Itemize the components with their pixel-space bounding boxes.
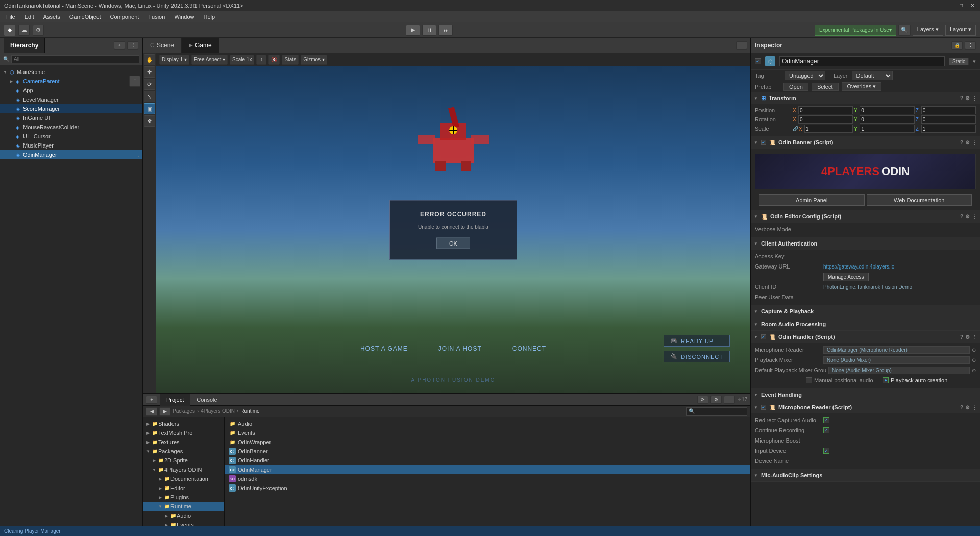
- transform-tool[interactable]: ❖: [144, 115, 155, 127]
- file-odinhandler[interactable]: C# OdinHandler: [225, 456, 750, 465]
- layers-dropdown[interactable]: Layers ▾: [913, 25, 943, 36]
- input-device-checkbox[interactable]: ✓: [823, 448, 829, 454]
- prefab-overrides-btn[interactable]: Overrides ▾: [842, 82, 882, 91]
- maximize-button[interactable]: □: [958, 2, 965, 9]
- odin-banner-header[interactable]: ▼ ✓ 📜 Odin Banner (Script) ? ⚙ ⋮: [751, 136, 980, 149]
- handler-settings-btn[interactable]: ⚙: [965, 334, 970, 340]
- playback-auto-checkbox[interactable]: ●: [883, 377, 889, 383]
- scene-scale-btn[interactable]: Scale 1x: [230, 55, 254, 65]
- tree-audio[interactable]: ▶ 📁 Audio: [143, 511, 224, 520]
- file-odinsdk[interactable]: SO odinsdk: [225, 474, 750, 483]
- hierarchy-item-ingameui[interactable]: ◈ InGame UI: [0, 113, 142, 123]
- mic-info-btn[interactable]: ?: [960, 405, 963, 410]
- forward-btn[interactable]: ▶: [159, 407, 170, 416]
- playback-mixer-dot-btn[interactable]: ⊙: [972, 357, 976, 363]
- inspector-menu-btn[interactable]: ⋮: [965, 41, 976, 50]
- transform-info-btn[interactable]: ?: [960, 95, 963, 101]
- scene-free-aspect-btn[interactable]: Free Aspect ▾: [191, 55, 228, 65]
- tree-documentation[interactable]: ▶ 📁 Documentation: [143, 474, 224, 483]
- manage-access-button[interactable]: Manage Access: [823, 273, 869, 281]
- admin-panel-button[interactable]: Admin Panel: [759, 194, 865, 206]
- tab-project[interactable]: Project: [160, 394, 190, 406]
- odin-handler-checkbox[interactable]: ✓: [761, 334, 766, 339]
- hierarchy-add-btn[interactable]: +: [114, 41, 125, 50]
- settings-btn[interactable]: ⚙: [33, 25, 44, 36]
- config-settings-btn[interactable]: ⚙: [965, 214, 970, 220]
- hierarchy-item-mainscene[interactable]: ▼ ⬡ MainScene: [0, 67, 142, 77]
- inspector-lock-btn[interactable]: 🔒: [951, 41, 963, 50]
- cloud-btn[interactable]: ☁: [18, 25, 30, 36]
- mic-reader-header[interactable]: ▼ ✓ 📜 Microphone Reader (Script) ? ⚙ ⋮: [751, 401, 980, 413]
- hierarchy-item-cameraparent[interactable]: ▶ ◈ CameraParent ⋮: [0, 77, 142, 86]
- menu-assets[interactable]: Assets: [39, 13, 64, 21]
- default-playback-dot-btn[interactable]: ⊙: [972, 368, 976, 373]
- move-tool[interactable]: ✤: [144, 66, 155, 78]
- search-btn[interactable]: 🔍: [898, 25, 911, 36]
- tab-game[interactable]: ▶ Game: [182, 38, 219, 53]
- hierarchy-item-odinmanager[interactable]: ◈ OdinManager ⋮: [0, 150, 142, 159]
- tab-hierarchy[interactable]: Hierarchy: [4, 38, 45, 53]
- scene-mute-btn[interactable]: 🔇: [268, 55, 280, 65]
- transform-settings-btn[interactable]: ⚙: [965, 95, 970, 101]
- mic-reader-dot-btn[interactable]: ⊙: [972, 347, 976, 353]
- tab-scene[interactable]: ⬡ Scene: [143, 38, 182, 53]
- pause-button[interactable]: ⏸: [422, 25, 436, 36]
- tree-textures[interactable]: ▶ 📁 Textures: [143, 437, 224, 447]
- pos-z-input[interactable]: [921, 106, 976, 114]
- scene-display-btn[interactable]: Display 1 ▾: [159, 55, 189, 65]
- odin-handler-header[interactable]: ▼ ✓ 📜 Odin Handler (Script) ? ⚙ ⋮: [751, 331, 980, 343]
- mic-menu-btn[interactable]: ⋮: [972, 405, 977, 410]
- static-dropdown-arrow[interactable]: ▾: [973, 58, 976, 65]
- continue-recording-checkbox[interactable]: ✓: [823, 427, 829, 433]
- ready-up-button[interactable]: 🎮 READY UP: [664, 335, 730, 347]
- hierarchy-item-musicplayer[interactable]: ◈ MusicPlayer: [0, 141, 142, 150]
- odin-banner-menu-btn[interactable]: ⋮: [972, 140, 977, 145]
- scale-z-input[interactable]: [921, 125, 976, 133]
- minimize-button[interactable]: —: [946, 2, 953, 9]
- menu-file[interactable]: File: [2, 13, 19, 21]
- host-game-button[interactable]: HOST A GAME: [360, 345, 408, 352]
- tree-shaders[interactable]: ▶ 📁 Shaders: [143, 419, 224, 428]
- config-info-btn[interactable]: ?: [960, 214, 963, 220]
- rotate-tool[interactable]: ⟳: [144, 79, 155, 90]
- odin-editor-config-header[interactable]: ▼ 📜 Odin Editor Config (Script) ? ⚙ ⋮: [751, 210, 980, 223]
- error-ok-button[interactable]: OK: [436, 238, 470, 249]
- hierarchy-item-uicursor[interactable]: ◈ UI - Cursor: [0, 132, 142, 141]
- step-button[interactable]: ⏭: [438, 25, 453, 36]
- object-name-input[interactable]: [779, 56, 945, 66]
- layout-dropdown[interactable]: Layout ▾: [945, 25, 976, 36]
- tree-packages[interactable]: ▼ 📁 Packages: [143, 447, 224, 456]
- handler-menu-btn[interactable]: ⋮: [972, 334, 977, 340]
- mic-audioclip-header[interactable]: ▼ Mic-AudioClip Settings: [751, 469, 980, 481]
- back-btn[interactable]: ◀: [146, 407, 157, 416]
- object-active-checkbox[interactable]: ✓: [755, 58, 761, 64]
- odin-banner-info-btn[interactable]: ?: [960, 140, 963, 145]
- web-doc-button[interactable]: Web Documentation: [867, 194, 972, 206]
- project-sync-btn[interactable]: ⟳: [697, 396, 708, 404]
- tree-plugins[interactable]: ▶ 📁 Plugins: [143, 493, 224, 502]
- experimental-packages-label[interactable]: Experimental Packages In Use ▾: [815, 25, 896, 36]
- scale-tool[interactable]: ⤡: [144, 91, 155, 102]
- client-auth-header[interactable]: ▼ Client Authentication: [751, 237, 980, 250]
- connect-button[interactable]: CONNECT: [512, 345, 546, 352]
- redirect-captured-checkbox[interactable]: ✓: [823, 417, 829, 423]
- hierarchy-item-app[interactable]: ◈ App: [0, 86, 142, 95]
- hierarchy-search-input[interactable]: [11, 55, 139, 63]
- manual-pos-checkbox[interactable]: [806, 377, 812, 383]
- pos-x-input[interactable]: [798, 106, 853, 114]
- file-odinwrapper[interactable]: 📁 OdinWrapper: [225, 437, 750, 447]
- play-button[interactable]: ▶: [406, 25, 420, 36]
- project-search-input[interactable]: [686, 407, 747, 416]
- tree-4playersodin[interactable]: ▼ 📁 4Players ODIN: [143, 465, 224, 474]
- event-handling-header[interactable]: ▼ Event Handling: [751, 388, 980, 401]
- tab-console[interactable]: Console: [190, 394, 224, 406]
- odin-banner-checkbox[interactable]: ✓: [761, 140, 766, 145]
- layer-dropdown[interactable]: Default: [852, 71, 893, 80]
- tree-runtime[interactable]: ▼ 📁 Runtime: [143, 502, 224, 511]
- view-options-btn[interactable]: ⋮: [736, 41, 747, 50]
- close-button[interactable]: ✕: [969, 2, 976, 9]
- menu-component[interactable]: Component: [106, 13, 143, 21]
- rot-x-input[interactable]: [798, 115, 853, 124]
- disconnect-button[interactable]: 🔌 DISCONNECT: [664, 351, 730, 362]
- file-events[interactable]: 📁 Events: [225, 428, 750, 437]
